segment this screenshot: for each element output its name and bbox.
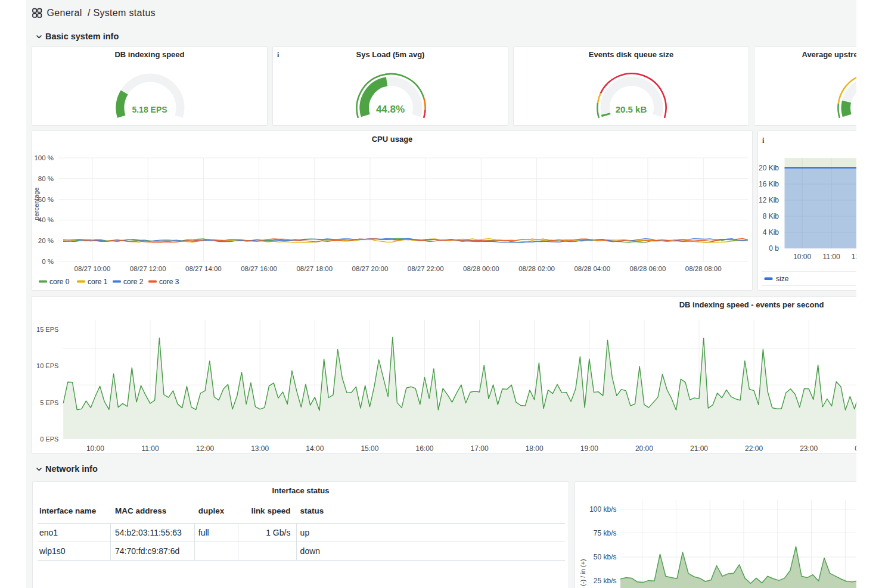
svg-text:50 kb/s: 50 kb/s [593,553,616,561]
svg-text:100 kb/s: 100 kb/s [589,505,616,514]
svg-text:20:00: 20:00 [635,444,653,453]
svg-text:0 EPS: 0 EPS [40,435,58,443]
svg-text:21:00: 21:00 [690,444,708,453]
svg-text:17:00: 17:00 [471,444,489,453]
svg-text:11:00: 11:00 [141,444,159,453]
svg-text:20 %: 20 % [38,237,54,244]
svg-text:14:00: 14:00 [306,444,324,453]
svg-text:13:00: 13:00 [251,444,269,453]
svg-text:0 %: 0 % [42,258,54,265]
svg-text:22:00: 22:00 [745,444,763,453]
svg-text:10:00: 10:00 [793,253,811,261]
svg-text:08/28 08:00: 08/28 08:00 [685,265,722,272]
svg-text:20 Kib: 20 Kib [759,164,779,172]
svg-text:08/27 22:00: 08/27 22:00 [408,265,444,272]
svg-text:15:00: 15:00 [361,444,378,453]
svg-text:16:00: 16:00 [415,444,433,453]
svg-text:60 %: 60 % [38,196,54,203]
svg-text:size: size [776,275,789,283]
svg-text:08/27 18:00: 08/27 18:00 [296,265,333,272]
svg-text:08/27 14:00: 08/27 14:00 [185,265,222,272]
svg-text:08/28 04:00: 08/28 04:00 [574,265,610,272]
svg-text:core 3: core 3 [159,278,179,286]
svg-text:16 Kib: 16 Kib [759,180,779,188]
svg-text:4 Kib: 4 Kib [763,228,779,237]
svg-text:08/28 00:00: 08/28 00:00 [463,265,499,272]
svg-text:40 %: 40 % [38,216,54,223]
svg-text:08/28 02:00: 08/28 02:00 [518,265,555,272]
svg-text:100 %: 100 % [34,154,54,161]
svg-text:08/27 20:00: 08/27 20:00 [352,265,389,272]
svg-text:10:00: 10:00 [86,444,104,453]
svg-text:11:00: 11:00 [822,253,840,261]
svg-text:08/27 12:00: 08/27 12:00 [130,265,166,272]
svg-text:18:00: 18:00 [526,444,544,453]
svg-text:08/28 06:00: 08/28 06:00 [630,265,666,272]
svg-text:(-) / in (+): (-) / in (+) [579,559,586,586]
svg-text:10 EPS: 10 EPS [36,362,58,369]
svg-text:08/27 16:00: 08/27 16:00 [241,265,277,272]
svg-text:core 2: core 2 [123,278,144,286]
svg-text:8 Kib: 8 Kib [763,212,779,220]
svg-text:75 kb/s: 75 kb/s [593,529,616,537]
svg-text:23:00: 23:00 [800,444,818,453]
svg-text:12:00: 12:00 [852,253,856,261]
svg-text:12 Kib: 12 Kib [759,196,779,204]
svg-text:25 kb/s: 25 kb/s [593,577,616,585]
svg-text:19:00: 19:00 [580,444,598,453]
svg-text:08/27 10:00: 08/27 10:00 [74,265,111,272]
svg-text:core 0: core 0 [49,278,70,286]
svg-text:core 1: core 1 [88,278,108,286]
svg-text:00:00: 00:00 [855,444,856,453]
svg-text:5 EPS: 5 EPS [40,399,58,406]
svg-text:12:00: 12:00 [196,444,214,453]
svg-text:0 b: 0 b [769,244,779,253]
svg-text:80 %: 80 % [38,175,54,182]
svg-text:15 EPS: 15 EPS [36,326,58,333]
svg-text:percentage: percentage [33,187,40,220]
